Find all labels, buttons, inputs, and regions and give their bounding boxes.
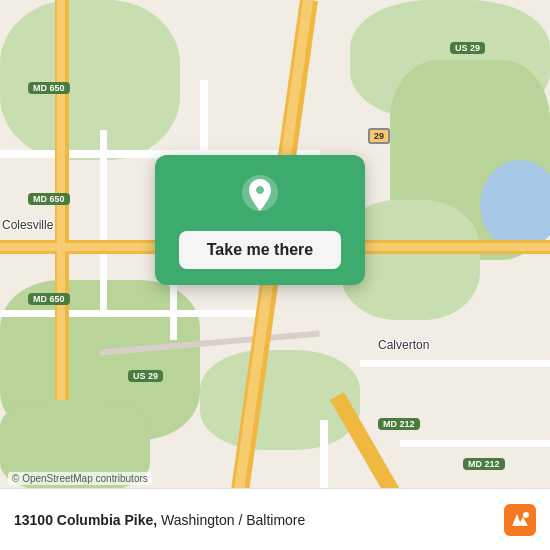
- road-label-us29-bottom: US 29: [128, 370, 163, 382]
- road-label-md212-r: MD 212: [463, 458, 505, 470]
- road-label-md650-mid: MD 650: [28, 193, 70, 205]
- local-road: [100, 130, 107, 310]
- moovit-logo: [504, 504, 536, 536]
- local-road: [360, 360, 550, 367]
- moovit-icon: [504, 504, 536, 536]
- svg-point-2: [523, 512, 529, 518]
- road-badge-29: 29: [368, 128, 390, 144]
- popup-card: Take me there: [155, 155, 365, 285]
- local-road: [400, 440, 550, 447]
- bottom-bar: 13100 Columbia Pike, Washington / Baltim…: [0, 488, 550, 550]
- road-label-md650-top: MD 650: [28, 82, 70, 94]
- copyright-text: © OpenStreetMap contributors: [8, 472, 152, 485]
- road-label-us29-top: US 29: [450, 42, 485, 54]
- map-container: US 29 US 29 US 29 MD 650 MD 650 MD 650 M…: [0, 0, 550, 550]
- address-text: 13100 Columbia Pike, Washington / Baltim…: [14, 512, 536, 528]
- place-label-calverton: Calverton: [378, 338, 429, 352]
- place-label-colesville: Colesville: [2, 218, 53, 232]
- road-label-md650-bottom: MD 650: [28, 293, 70, 305]
- park-area: [0, 0, 180, 160]
- svg-rect-1: [504, 504, 536, 536]
- water-body: [480, 160, 550, 250]
- take-me-there-button[interactable]: Take me there: [179, 231, 341, 269]
- road-label-md212: MD 212: [378, 418, 420, 430]
- location-pin-icon: [237, 173, 283, 219]
- local-road: [0, 310, 260, 317]
